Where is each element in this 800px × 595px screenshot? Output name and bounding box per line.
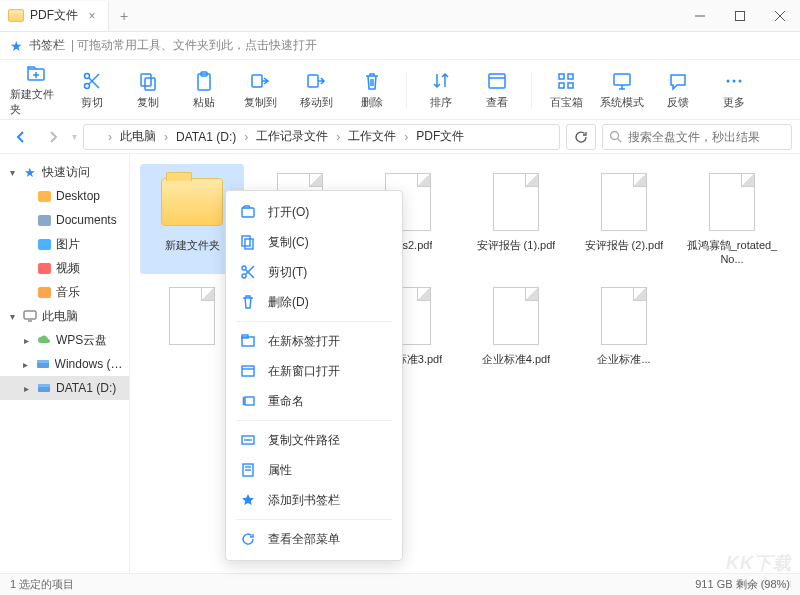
breadcrumb-item[interactable]: 工作记录文件 (252, 126, 332, 147)
chevron-right-icon: › (334, 130, 342, 144)
svg-rect-11 (141, 74, 151, 86)
sidebar-item-视频[interactable]: 视频 (0, 256, 129, 280)
svg-rect-23 (559, 83, 564, 88)
grid-icon (555, 70, 577, 92)
search-box[interactable] (602, 124, 792, 150)
open-icon (240, 204, 256, 220)
menu-label: 查看全部菜单 (268, 531, 340, 548)
toolbar-label: 剪切 (81, 95, 103, 110)
chat-icon (667, 70, 689, 92)
tree-label: 图片 (56, 236, 80, 253)
menu-item-scissors[interactable]: 剪切(T) (226, 257, 402, 287)
svg-rect-36 (37, 360, 49, 363)
svg-rect-38 (38, 384, 50, 387)
copy-to-icon (249, 70, 271, 92)
menu-item-open[interactable]: 打开(O) (226, 197, 402, 227)
menu-item-path[interactable]: 复制文件路径 (226, 425, 402, 455)
sort-icon (430, 70, 452, 92)
file-item[interactable]: 安评报告 (2).pdf (572, 164, 676, 274)
nav-back-button[interactable] (8, 124, 34, 150)
svg-rect-24 (568, 83, 573, 88)
sidebar-item-DATA1 (D:)[interactable]: ▸DATA1 (D:) (0, 376, 129, 400)
trash-icon (361, 70, 383, 92)
toolbar-label: 百宝箱 (550, 95, 583, 110)
tab-close-button[interactable]: × (84, 9, 100, 23)
props-icon (240, 462, 256, 478)
toolbar-more[interactable]: 更多 (708, 66, 760, 114)
toolbar-paste[interactable]: 粘贴 (178, 66, 230, 114)
maximize-button[interactable] (720, 0, 760, 32)
folder-icon (36, 212, 52, 228)
file-item[interactable]: 安评报告 (1).pdf (464, 164, 568, 274)
menu-item-tab[interactable]: 在新标签打开 (226, 326, 402, 356)
nav-forward-button[interactable] (40, 124, 66, 150)
toolbar-separator (531, 72, 532, 108)
tab-active[interactable]: PDF文件 × (0, 1, 109, 31)
sidebar: ▾★快速访问DesktopDocuments图片视频音乐▾此电脑▸WPS云盘▸W… (0, 154, 130, 573)
breadcrumb-item[interactable]: 此电脑 (116, 126, 160, 147)
breadcrumb-item[interactable]: 工作文件 (344, 126, 400, 147)
trash-icon (240, 294, 256, 310)
search-input[interactable] (628, 130, 785, 144)
toolbar-baibao[interactable]: 百宝箱 (540, 66, 592, 114)
chevron-right-icon: › (162, 130, 170, 144)
file-label: 安评报告 (2).pdf (585, 238, 664, 252)
toolbar-copy[interactable]: 复制 (122, 66, 174, 114)
toolbar-move-to[interactable]: 移动到 (290, 66, 342, 114)
context-menu: 打开(O)复制(C)剪切(T)删除(D)在新标签打开在新窗口打开I重命名复制文件… (225, 190, 403, 561)
sidebar-item-音乐[interactable]: 音乐 (0, 280, 129, 304)
svg-point-7 (85, 73, 90, 78)
menu-item-refresh[interactable]: 查看全部菜单 (226, 524, 402, 554)
refresh-button[interactable] (566, 124, 596, 150)
menu-item-star[interactable]: 添加到书签栏 (226, 485, 402, 515)
menu-label: 复制文件路径 (268, 432, 340, 449)
minimize-button[interactable] (680, 0, 720, 32)
menu-item-rename[interactable]: I重命名 (226, 386, 402, 416)
tree-label: WPS云盘 (56, 332, 107, 349)
breadcrumb-item[interactable]: DATA1 (D:) (172, 128, 240, 146)
file-icon (493, 173, 539, 231)
pc-icon (22, 308, 38, 324)
toolbar-cut[interactable]: 剪切 (66, 66, 118, 114)
toolbar-delete[interactable]: 删除 (346, 66, 398, 114)
toolbar-sort[interactable]: 排序 (415, 66, 467, 114)
svg-rect-48 (242, 366, 254, 376)
scissors-icon (81, 70, 103, 92)
file-item[interactable]: 企业标准... (572, 278, 676, 388)
sidebar-this-pc[interactable]: ▾此电脑 (0, 304, 129, 328)
breadcrumb-item[interactable]: PDF文件 (412, 126, 468, 147)
file-label: 企业标准... (597, 352, 650, 366)
toolbar-copy-to[interactable]: 复制到 (234, 66, 286, 114)
menu-item-props[interactable]: 属性 (226, 455, 402, 485)
bookmark-bar: ★ 书签栏 | 可拖动常用工具、文件夹到此，点击快速打开 (0, 32, 800, 60)
move-to-icon (305, 70, 327, 92)
folder-icon (90, 131, 104, 143)
sidebar-item-Windows (C:)[interactable]: ▸Windows (C:) (0, 352, 129, 376)
folder-icon (8, 9, 24, 22)
toolbar-label: 粘贴 (193, 95, 215, 110)
toolbar-feedback[interactable]: 反馈 (652, 66, 704, 114)
toolbar-system-mode[interactable]: 系统模式 (596, 66, 648, 114)
svg-rect-39 (242, 208, 254, 217)
svg-rect-15 (252, 75, 262, 87)
nav-dropdown-icon[interactable]: ▾ (72, 131, 77, 142)
sidebar-item-图片[interactable]: 图片 (0, 232, 129, 256)
close-button[interactable] (760, 0, 800, 32)
search-icon (609, 130, 622, 143)
sidebar-quick-access[interactable]: ▾★快速访问 (0, 160, 129, 184)
menu-item-copy[interactable]: 复制(C) (226, 227, 402, 257)
menu-item-trash[interactable]: 删除(D) (226, 287, 402, 317)
cloud-icon (36, 332, 52, 348)
menu-label: 添加到书签栏 (268, 492, 340, 509)
menu-item-window[interactable]: 在新窗口打开 (226, 356, 402, 386)
toolbar-new-folder[interactable]: 新建文件夹 (10, 58, 62, 121)
path-icon (240, 432, 256, 448)
new-tab-button[interactable]: + (109, 8, 139, 24)
file-item[interactable]: 企业标准4.pdf (464, 278, 568, 388)
file-item[interactable]: 孤鸿寡鹄_rotated_No... (680, 164, 784, 274)
sidebar-item-WPS云盘[interactable]: ▸WPS云盘 (0, 328, 129, 352)
sidebar-item-Desktop[interactable]: Desktop (0, 184, 129, 208)
toolbar-view[interactable]: 查看 (471, 66, 523, 114)
sidebar-item-Documents[interactable]: Documents (0, 208, 129, 232)
caret-icon: ▾ (6, 167, 18, 178)
